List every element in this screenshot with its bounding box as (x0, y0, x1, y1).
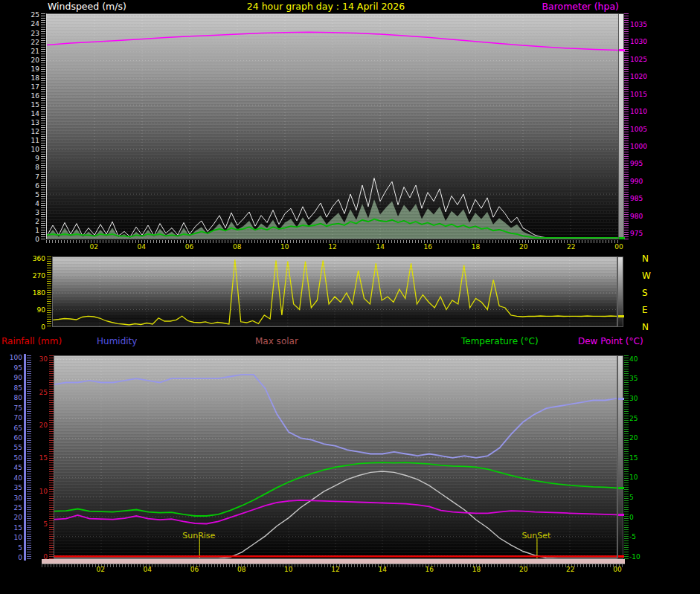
temperature-label: Temperature (°C) (461, 336, 539, 346)
dew-point-label: Dew Point (°C) (578, 336, 643, 346)
windspeed-axis-title: Windspeed (m/s) (48, 1, 126, 12)
compass-letters: NWSEN (642, 256, 657, 327)
windspeed-axis: 0123456789101112131415161718192021222324… (15, 13, 39, 239)
current-value-mark (618, 555, 624, 558)
rainfall-label: Rainfall (mm) (1, 336, 62, 346)
barometer-axis-title: Barometer (hpa) (542, 1, 619, 12)
wind-direction-indicator-bar (617, 256, 623, 327)
rainfall-axis: 051015202530 (33, 355, 48, 559)
current-value-mark (618, 398, 624, 400)
barometer-axis: 9759809859909951000100510101015102010251… (630, 13, 660, 239)
sunrise-label: SunRise (182, 531, 215, 540)
sunset-label: SunSet (521, 531, 550, 540)
barometer-tick-marks (624, 13, 629, 239)
windspeed-barometer-chart (46, 13, 619, 239)
humidity-axis-bar (24, 354, 26, 561)
humidity-axis: 0510152025303540455055606570758085909510… (1, 355, 22, 559)
max-solar-label: Max solar (255, 336, 298, 346)
humidity-label: Humidity (97, 336, 137, 346)
windspeed-tick-marks (41, 13, 45, 239)
weather-24h-graph-screen: Windspeed (m/s) 24 hour graph day : 14 A… (0, 0, 700, 594)
temperature-axis: -10-50510152025303540 (629, 355, 655, 559)
wind-direction-chart (52, 256, 617, 327)
wind-direction-tick-marks (47, 256, 51, 327)
top-hour-labels: 020406081012141618202200 (46, 243, 619, 252)
current-value-mark (618, 487, 624, 489)
humidity-tick-marks (27, 355, 31, 559)
temperature-indicator-bar (617, 355, 623, 559)
bottom-hour-labels: 020406081012141618202200 (54, 566, 617, 575)
current-value-mark (618, 315, 624, 317)
page-title: 24 hour graph day : 14 April 2026 (247, 1, 405, 12)
windspeed-indicator-bar (618, 13, 624, 239)
rainfall-tick-marks (49, 355, 54, 559)
current-value-mark (618, 514, 624, 516)
temperature-tick-marks (624, 355, 629, 559)
wind-direction-axis: 090180270360 (19, 256, 45, 327)
rain-zero-band (42, 559, 625, 564)
humidity-temperature-chart (54, 355, 617, 559)
